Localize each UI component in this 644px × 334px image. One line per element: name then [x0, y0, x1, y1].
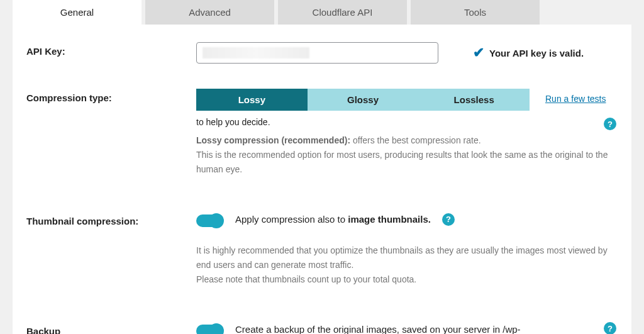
- compression-desc-tail: offers the best compression rate.: [350, 135, 481, 145]
- compression-option-lossless[interactable]: Lossless: [418, 89, 530, 111]
- compression-option-lossy[interactable]: Lossy: [196, 89, 308, 111]
- help-icon[interactable]: ?: [604, 118, 616, 130]
- thumbnail-toggle[interactable]: [196, 214, 223, 227]
- tab-tools[interactable]: Tools: [411, 0, 540, 25]
- compression-type-label: Compression type:: [26, 89, 196, 103]
- compression-help-tail: to help you decide.: [196, 116, 616, 130]
- api-key-masked: [203, 47, 309, 58]
- api-key-label: API Key:: [26, 42, 196, 57]
- tab-general[interactable]: General: [13, 0, 142, 25]
- compression-segmented-control: Lossy Glossy Lossless: [196, 89, 530, 111]
- backup-label: Backup: [26, 322, 196, 334]
- tab-bar: General Advanced Cloudflare API Tools: [13, 0, 631, 25]
- help-icon[interactable]: ?: [604, 322, 616, 334]
- compression-option-glossy[interactable]: Glossy: [308, 89, 419, 111]
- compression-desc-bold: Lossy compression (recommended):: [196, 135, 350, 145]
- check-icon: ✔: [473, 45, 484, 61]
- api-key-valid-status: ✔ Your API key is valid.: [473, 45, 584, 61]
- api-key-valid-text: Your API key is valid.: [489, 48, 584, 58]
- help-icon[interactable]: ?: [442, 213, 455, 226]
- compression-desc2: This is the recommended option for most …: [196, 148, 616, 177]
- tab-advanced[interactable]: Advanced: [145, 0, 274, 25]
- thumbnail-toggle-text: Apply compression also to image thumbnai…: [235, 214, 431, 225]
- run-tests-link[interactable]: Run a few tests: [545, 94, 606, 104]
- thumbnail-desc1: It is highly recommended that you optimi…: [196, 243, 616, 272]
- backup-toggle[interactable]: [196, 325, 223, 334]
- settings-panel: API Key: ✔ Your API key is valid. Compre…: [13, 25, 631, 334]
- backup-toggle-text: Create a backup of the original images, …: [235, 322, 575, 334]
- tab-cloudflare-api[interactable]: Cloudflare API: [278, 0, 407, 25]
- thumbnail-compression-label: Thumbnail compression:: [26, 212, 196, 226]
- thumbnail-desc2: Please note that thumbnails count up to …: [196, 272, 616, 287]
